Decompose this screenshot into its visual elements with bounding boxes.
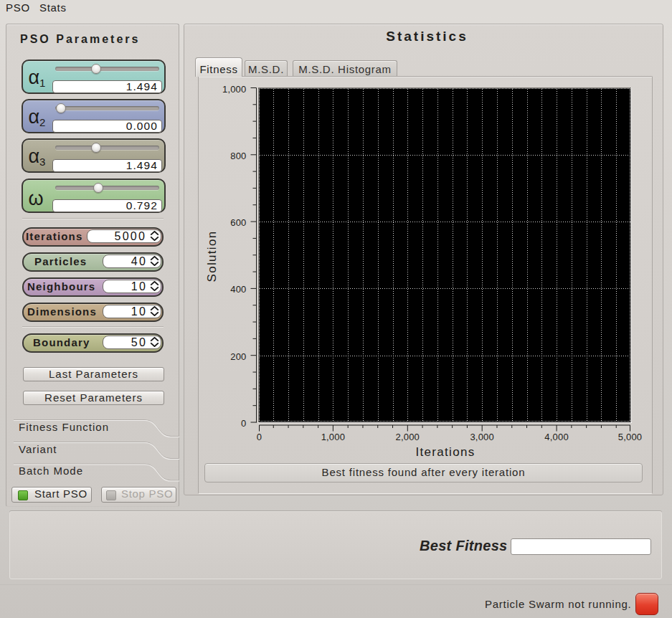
svg-text:1,000: 1,000 [222,84,247,95]
svg-text:0: 0 [257,432,262,442]
svg-text:3,000: 3,000 [470,432,494,442]
svg-text:1,000: 1,000 [321,432,346,442]
svg-text:4,000: 4,000 [544,432,569,442]
svg-text:400: 400 [230,284,246,295]
svg-text:5,000: 5,000 [618,432,643,442]
svg-text:Iterations: Iterations [416,445,475,459]
svg-text:Solution: Solution [205,231,219,282]
svg-text:800: 800 [230,151,246,161]
svg-text:0: 0 [241,418,246,429]
svg-text:2,000: 2,000 [396,432,420,442]
svg-text:600: 600 [230,217,246,228]
svg-text:200: 200 [230,351,246,362]
